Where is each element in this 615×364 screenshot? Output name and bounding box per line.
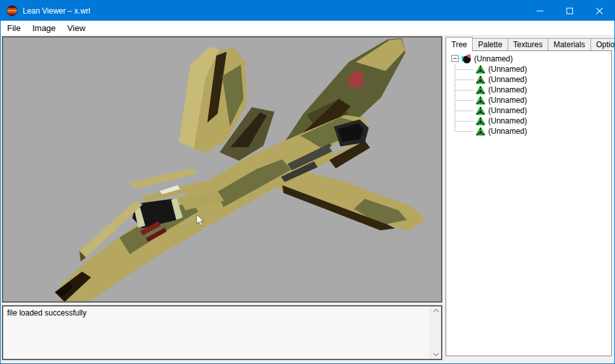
- tree-child-node[interactable]: (Unnamed): [446, 64, 611, 74]
- maximize-button[interactable]: [555, 1, 585, 21]
- tree-node-label: (Unnamed): [488, 85, 527, 94]
- app-logo-icon: [6, 5, 17, 16]
- log-message: file loaded successfully: [3, 306, 441, 319]
- mesh-triangle-icon: [475, 95, 486, 105]
- mesh-triangle-icon: [475, 74, 486, 85]
- close-icon: [596, 8, 603, 14]
- tree-child-node[interactable]: (Unnamed): [446, 95, 611, 105]
- tree-root-node[interactable]: (Unnamed): [446, 53, 611, 64]
- menu-item-image[interactable]: Image: [27, 22, 61, 34]
- tree-node-label: (Unnamed): [474, 54, 513, 63]
- tree-children: (Unnamed) (Unnamed) (Unnamed) (Unnamed): [446, 64, 611, 136]
- menu-bar: File Image View: [1, 21, 614, 35]
- menu-item-file[interactable]: File: [1, 22, 27, 34]
- scene-tree: (Unnamed) (Unnamed) (Unnamed) (Unnamed): [446, 50, 612, 356]
- tree-node-label: (Unnamed): [488, 127, 527, 136]
- mesh-triangle-icon: [475, 116, 486, 126]
- tree-child-node[interactable]: (Unnamed): [446, 74, 611, 85]
- scroll-down-button[interactable]: [433, 353, 439, 356]
- tree-child-node[interactable]: (Unnamed): [446, 126, 611, 136]
- jet-model-image: [3, 37, 441, 301]
- caption-buttons: [525, 1, 614, 21]
- tab-tree[interactable]: Tree: [446, 37, 473, 51]
- tree-node-label: (Unnamed): [488, 106, 527, 115]
- tab-options[interactable]: Options: [590, 38, 615, 50]
- mesh-triangle-icon: [475, 85, 486, 95]
- tab-strip: Tree Palette Textures Materials Options: [446, 36, 612, 50]
- app-window: Lean Viewer – x.wrl File Image View: [0, 0, 615, 364]
- tree-node-label: (Unnamed): [488, 75, 527, 84]
- title-bar: Lean Viewer – x.wrl: [1, 1, 614, 21]
- tree-node-label: (Unnamed): [488, 65, 527, 74]
- tree-node-label: (Unnamed): [488, 116, 527, 125]
- tree-child-node[interactable]: (Unnamed): [446, 85, 611, 95]
- window-title: Lean Viewer – x.wrl: [23, 6, 91, 16]
- left-column: file loaded successfully: [2, 36, 442, 360]
- minimize-icon: [537, 8, 543, 14]
- right-panel: Tree Palette Textures Materials Options …: [446, 36, 613, 360]
- collapse-expander-icon[interactable]: [451, 55, 459, 62]
- tab-materials[interactable]: Materials: [548, 38, 591, 50]
- scroll-up-button[interactable]: [433, 309, 439, 312]
- mesh-triangle-icon: [475, 126, 486, 136]
- log-panel: file loaded successfully: [2, 305, 442, 360]
- model-viewport[interactable]: [2, 36, 442, 303]
- mouse-cursor-icon: [196, 214, 205, 227]
- tab-palette[interactable]: Palette: [472, 38, 508, 50]
- tree-node-label: (Unnamed): [488, 96, 527, 105]
- tab-textures[interactable]: Textures: [508, 38, 548, 50]
- tree-child-node[interactable]: (Unnamed): [446, 116, 611, 126]
- content-area: file loaded successfully Tree Palette Te…: [1, 35, 614, 363]
- close-button[interactable]: [585, 1, 614, 21]
- maximize-icon: [566, 8, 573, 14]
- minimize-button[interactable]: [525, 1, 555, 21]
- mesh-triangle-icon: [475, 105, 486, 116]
- log-scrollbar[interactable]: [430, 306, 441, 359]
- scene-node-icon: [461, 54, 471, 64]
- menu-item-view[interactable]: View: [61, 22, 91, 34]
- tree-child-node[interactable]: (Unnamed): [446, 105, 611, 116]
- mesh-triangle-icon: [475, 64, 486, 74]
